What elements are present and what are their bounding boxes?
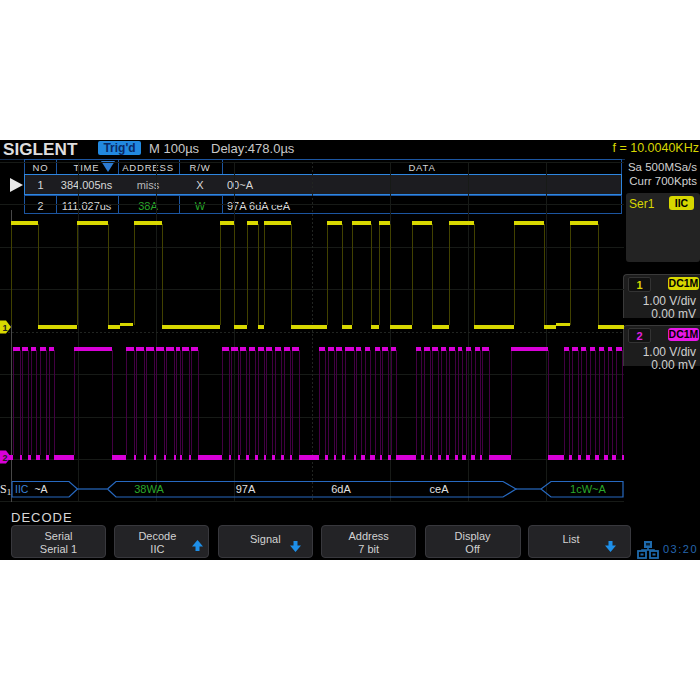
svg-text:~A: ~A — [34, 483, 47, 495]
svg-text:IIC: IIC — [15, 483, 29, 495]
svg-text:1cW~A: 1cW~A — [570, 483, 606, 495]
svg-text:38WA: 38WA — [134, 483, 164, 495]
svg-text:1: 1 — [3, 323, 8, 333]
svg-text:97A: 97A — [236, 483, 256, 495]
svg-text:ceA: ceA — [430, 483, 450, 495]
svg-text:2: 2 — [3, 453, 8, 463]
svg-text:S1: S1 — [0, 482, 11, 497]
svg-text:6dA: 6dA — [331, 483, 351, 495]
